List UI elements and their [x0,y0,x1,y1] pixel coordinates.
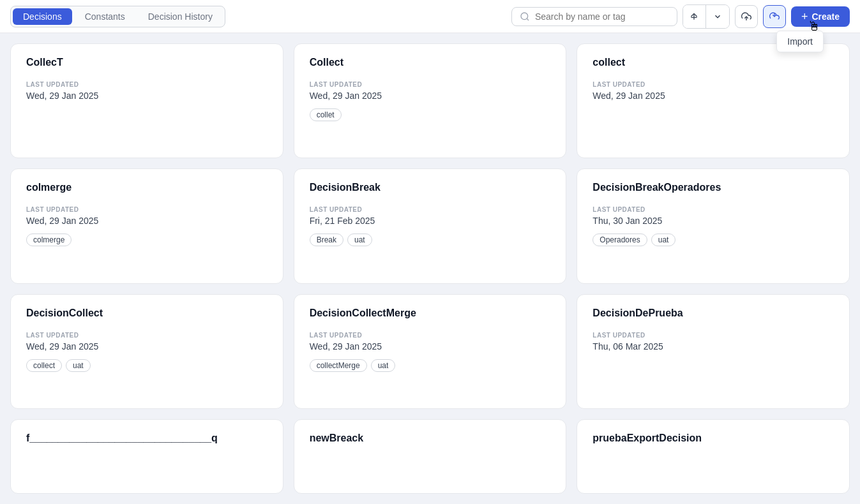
card-decision-collect[interactable]: DecisionCollect LAST UPDATED Wed, 29 Jan… [10,294,283,409]
tag: collectMerge [310,359,367,372]
card-meta-label: LAST UPDATED [26,81,268,88]
sort-chevron-button[interactable] [706,5,729,28]
cards-grid: CollecT LAST UPDATED Wed, 29 Jan 2025 Co… [0,33,860,504]
card-date: Wed, 29 Jan 2025 [26,341,268,352]
card-title: DecisionDePrueba [592,308,834,319]
card-meta-label: LAST UPDATED [26,332,268,339]
card-tags: colmerge [26,233,268,246]
card-decision-break[interactable]: DecisionBreak LAST UPDATED Fri, 21 Feb 2… [294,168,567,283]
card-decision-de-prueba[interactable]: DecisionDePrueba LAST UPDATED Thu, 06 Ma… [577,294,850,409]
card-f-underscore[interactable]: f________________________________q [10,419,283,494]
upload-button[interactable] [735,5,758,28]
tag: uat [651,233,676,246]
tag: Operadores [592,233,647,246]
search-input[interactable] [535,11,669,22]
card-colmerge[interactable]: colmerge LAST UPDATED Wed, 29 Jan 2025 c… [10,168,283,283]
card-tags: Breakuat [310,233,551,246]
card-title: collect [592,57,834,68]
card-date: Wed, 29 Jan 2025 [592,91,834,101]
card-meta-label: LAST UPDATED [592,206,834,213]
chevron-down-icon [713,12,722,21]
tag: uat [66,359,91,372]
search-box [511,7,677,26]
card-collect-lower[interactable]: collect LAST UPDATED Wed, 29 Jan 2025 [577,43,850,158]
tag: uat [347,233,372,246]
card-tags: collectuat [26,359,268,372]
tag: uat [371,359,396,372]
tag: collet [310,108,342,121]
main-header: Decisions Constants Decision History [0,0,860,33]
card-tags: collectMergeuat [310,359,551,372]
search-icon [520,11,530,22]
card-date: Wed, 29 Jan 2025 [26,91,268,101]
tab-constants[interactable]: Constants [75,8,135,25]
card-date: Fri, 21 Feb 2025 [310,216,551,226]
card-title: colmerge [26,182,268,193]
card-date: Thu, 06 Mar 2025 [592,341,834,352]
card-meta-label: LAST UPDATED [592,81,834,88]
card-meta-label: LAST UPDATED [592,332,834,339]
card-title: DecisionCollectMerge [310,308,551,319]
card-decision-break-operadores[interactable]: DecisionBreakOperadores LAST UPDATED Thu… [577,168,850,283]
card-new-breack[interactable]: newBreack [294,419,567,494]
card-meta-label: LAST UPDATED [310,206,551,213]
card-date: Thu, 30 Jan 2025 [592,216,834,226]
create-button[interactable]: + Create [791,6,850,27]
card-title: DecisionBreakOperadores [592,182,834,193]
card-title: DecisionBreak [310,182,551,193]
card-prueba-export[interactable]: pruebaExportDecision [577,419,850,494]
card-collect[interactable]: Collect LAST UPDATED Wed, 29 Jan 2025 co… [294,43,567,158]
import-tooltip: Import [776,31,824,52]
nav-tabs: Decisions Constants Decision History [10,6,225,27]
import-icon [769,11,780,22]
card-meta-label: LAST UPDATED [310,332,551,339]
svg-line-1 [527,19,529,20]
card-title: CollecT [26,57,268,68]
card-title: pruebaExportDecision [592,433,834,444]
upload-icon [741,11,751,22]
card-tags: Operadoresuat [592,233,834,246]
import-button[interactable] [763,5,786,28]
sort-button[interactable] [683,5,706,28]
tab-decisions[interactable]: Decisions [13,8,72,25]
sort-group [683,4,730,29]
card-meta-label: LAST UPDATED [310,81,551,88]
create-plus-icon: + [801,11,808,22]
tab-decision-history[interactable]: Decision History [138,8,223,25]
card-date: Wed, 29 Jan 2025 [310,91,551,101]
create-label: Create [811,11,840,22]
sort-icon [689,11,699,22]
tag: colmerge [26,233,72,246]
card-tags: collet [310,108,551,121]
card-meta-label: LAST UPDATED [26,206,268,213]
svg-point-0 [521,13,528,20]
card-decision-collect-merge[interactable]: DecisionCollectMerge LAST UPDATED Wed, 2… [294,294,567,409]
card-title: newBreack [310,433,551,444]
tag: Break [310,233,343,246]
tag: collect [26,359,62,372]
card-title: f________________________________q [26,433,268,444]
card-collectt[interactable]: CollecT LAST UPDATED Wed, 29 Jan 2025 [10,43,283,158]
card-date: Wed, 29 Jan 2025 [26,216,268,226]
card-title: Collect [310,57,551,68]
card-title: DecisionCollect [26,308,268,319]
card-date: Wed, 29 Jan 2025 [310,341,551,352]
